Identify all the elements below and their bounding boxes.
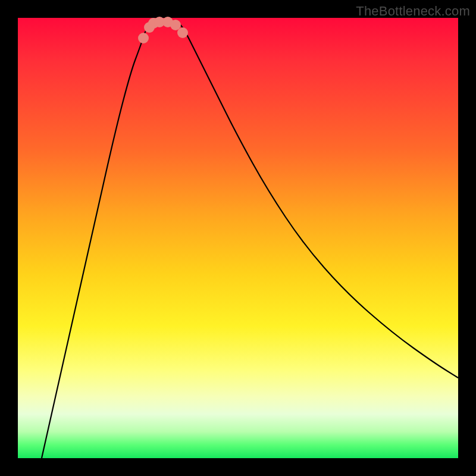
chart-frame: TheBottleneck.com <box>0 0 476 476</box>
bottleneck-curve-right <box>178 23 458 378</box>
watermark-text: TheBottleneck.com <box>356 4 470 19</box>
data-point-markers <box>138 17 188 43</box>
data-point <box>138 33 149 43</box>
curve-layer <box>18 18 458 458</box>
bottleneck-curve-left <box>42 23 161 458</box>
data-point <box>177 27 188 38</box>
